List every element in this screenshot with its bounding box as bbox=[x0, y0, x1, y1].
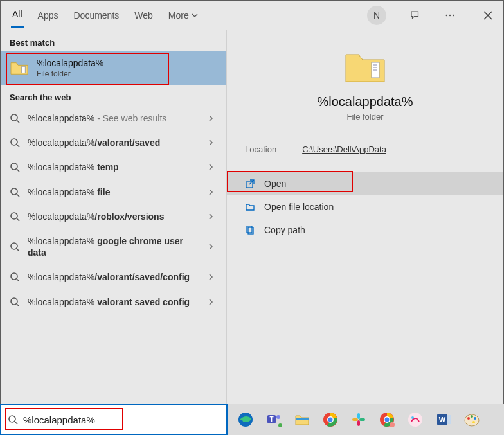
action-copy-path[interactable]: Copy path bbox=[227, 218, 503, 242]
result-text: %localappdata% - See web results bbox=[28, 112, 199, 124]
folder-open-icon bbox=[245, 202, 255, 212]
best-match-subtitle: File folder bbox=[37, 69, 104, 78]
svg-point-10 bbox=[11, 188, 17, 195]
svg-line-19 bbox=[17, 304, 19, 306]
svg-point-1 bbox=[449, 14, 451, 15]
web-result-item[interactable]: %localappdata% temp bbox=[1, 155, 226, 179]
location-row: Location C:\Users\Dell\AppData bbox=[227, 133, 503, 166]
search-icon bbox=[10, 162, 20, 172]
tab-apps[interactable]: Apps bbox=[37, 4, 60, 27]
taskbar-paint[interactable] bbox=[460, 408, 483, 431]
svg-line-28 bbox=[15, 422, 17, 424]
svg-point-45 bbox=[390, 422, 395, 427]
action-copy-path-label: Copy path bbox=[264, 225, 305, 235]
search-icon bbox=[10, 297, 20, 307]
svg-rect-41 bbox=[359, 418, 365, 421]
web-result-item[interactable]: %localappdata%/roblox/versions bbox=[1, 204, 226, 229]
action-open-location[interactable]: Open file location bbox=[227, 195, 503, 218]
taskbar-slack[interactable] bbox=[347, 408, 370, 431]
search-input[interactable] bbox=[23, 414, 220, 425]
search-icon bbox=[10, 138, 20, 148]
svg-rect-50 bbox=[447, 415, 451, 424]
search-icon bbox=[10, 187, 20, 197]
preview-subtitle: File folder bbox=[227, 112, 503, 121]
action-open[interactable]: Open bbox=[227, 172, 503, 195]
svg-point-12 bbox=[11, 213, 17, 219]
taskbar-chrome[interactable] bbox=[319, 408, 342, 431]
svg-point-14 bbox=[11, 243, 17, 249]
chevron-right-icon[interactable] bbox=[207, 213, 215, 220]
results-list: Best match %localappdata% File folder Se… bbox=[1, 30, 227, 404]
folder-large-icon bbox=[343, 48, 387, 85]
user-avatar[interactable]: N bbox=[367, 6, 386, 25]
chevron-right-icon[interactable] bbox=[207, 273, 215, 281]
svg-point-27 bbox=[9, 416, 15, 422]
tab-all[interactable]: All bbox=[11, 3, 24, 28]
svg-rect-3 bbox=[22, 66, 26, 73]
chevron-right-icon[interactable] bbox=[207, 139, 215, 146]
tab-documents[interactable]: Documents bbox=[72, 4, 120, 27]
chevron-down-icon bbox=[192, 12, 198, 19]
svg-point-55 bbox=[473, 421, 475, 423]
more-options-icon[interactable] bbox=[444, 10, 456, 21]
svg-text:W: W bbox=[439, 416, 446, 423]
chevron-right-icon[interactable] bbox=[207, 243, 215, 251]
svg-point-54 bbox=[474, 417, 476, 420]
taskbar-file-explorer[interactable] bbox=[291, 408, 314, 431]
search-icon bbox=[10, 211, 20, 222]
taskbar-chrome-canary[interactable] bbox=[375, 408, 399, 431]
location-link[interactable]: C:\Users\Dell\AppData bbox=[302, 145, 386, 154]
svg-point-53 bbox=[471, 415, 473, 418]
svg-point-0 bbox=[446, 14, 447, 15]
result-text: %localappdata%/roblox/versions bbox=[28, 211, 199, 222]
search-bar[interactable] bbox=[0, 404, 228, 435]
section-best-match: Best match bbox=[1, 30, 226, 51]
web-result-item[interactable]: %localappdata% - See web results bbox=[1, 106, 226, 130]
taskbar-app-pink[interactable] bbox=[404, 408, 427, 431]
svg-text:T: T bbox=[269, 416, 273, 423]
search-icon bbox=[10, 242, 20, 252]
feedback-icon[interactable] bbox=[410, 10, 421, 21]
chevron-right-icon[interactable] bbox=[207, 114, 215, 122]
svg-line-17 bbox=[17, 279, 19, 281]
svg-point-4 bbox=[11, 114, 17, 121]
chevron-right-icon[interactable] bbox=[207, 188, 215, 196]
svg-point-8 bbox=[11, 163, 17, 170]
svg-line-13 bbox=[17, 218, 19, 221]
svg-line-5 bbox=[17, 120, 19, 123]
svg-rect-38 bbox=[357, 413, 360, 419]
preview-pane: %localappdata% File folder Location C:\U… bbox=[227, 30, 503, 404]
tab-more[interactable]: More bbox=[167, 4, 199, 27]
folder-icon bbox=[10, 60, 29, 76]
web-result-item[interactable]: %localappdata% file bbox=[1, 180, 226, 204]
taskbar-word[interactable]: W bbox=[432, 408, 455, 431]
result-text: %localappdata%/valorant/saved/config bbox=[28, 271, 199, 283]
preview-title: %localappdata% bbox=[227, 94, 503, 109]
windows-search-panel: All Apps Documents Web More N Best match… bbox=[0, 0, 504, 404]
web-result-item[interactable]: %localappdata%/valorant/saved/config bbox=[1, 265, 226, 289]
taskbar-edge[interactable] bbox=[234, 408, 257, 431]
best-match-item[interactable]: %localappdata% File folder bbox=[1, 51, 226, 85]
svg-rect-40 bbox=[357, 420, 360, 426]
svg-line-7 bbox=[17, 145, 19, 147]
taskbar-teams[interactable]: T bbox=[262, 408, 285, 431]
close-icon[interactable] bbox=[483, 10, 493, 21]
svg-point-47 bbox=[411, 416, 414, 419]
svg-rect-34 bbox=[296, 418, 309, 420]
svg-point-37 bbox=[328, 418, 333, 422]
taskbar: T W bbox=[228, 404, 504, 435]
svg-line-15 bbox=[17, 249, 19, 251]
chevron-right-icon[interactable] bbox=[207, 298, 215, 306]
svg-point-2 bbox=[453, 14, 454, 15]
best-match-title: %localappdata% bbox=[37, 58, 104, 68]
result-text: %localappdata% temp bbox=[28, 161, 199, 173]
tab-web[interactable]: Web bbox=[133, 4, 154, 27]
svg-point-46 bbox=[408, 413, 422, 427]
svg-point-52 bbox=[467, 417, 470, 420]
web-result-item[interactable]: %localappdata% valorant saved config bbox=[1, 290, 226, 314]
web-result-item[interactable]: %localappdata% google chrome user data bbox=[1, 229, 226, 265]
copy-icon bbox=[245, 225, 255, 235]
web-result-item[interactable]: %localappdata%/valorant/saved bbox=[1, 130, 226, 155]
location-label: Location bbox=[245, 145, 276, 154]
chevron-right-icon[interactable] bbox=[207, 163, 215, 171]
